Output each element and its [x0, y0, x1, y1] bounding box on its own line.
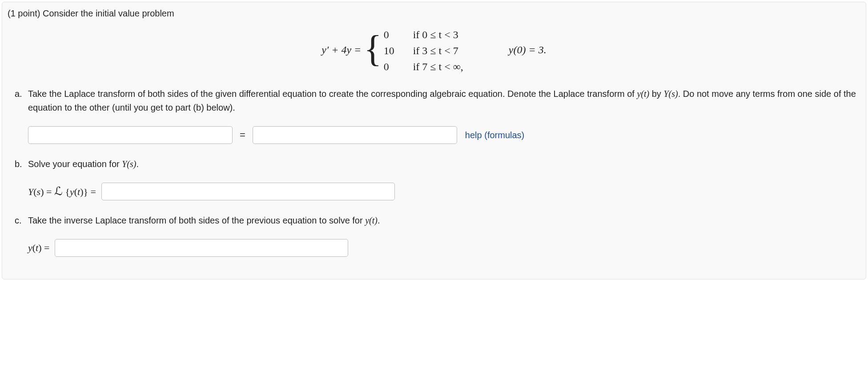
points-label: (1 point) [8, 8, 40, 18]
case-value: 0 [384, 59, 401, 75]
part-b-input[interactable] [101, 183, 395, 200]
part-b-text-1: Solve your equation for [28, 159, 122, 169]
piecewise-cases: 0 if 0 ≤ t < 3 10 if 3 ≤ t < 7 0 if 7 ≤ … [384, 27, 463, 75]
left-brace-icon: { [364, 34, 382, 64]
help-formulas-link[interactable]: help (formulas) [465, 128, 524, 142]
ivp-equation: y′ + 4y = { 0 if 0 ≤ t < 3 10 if 3 ≤ t <… [8, 23, 860, 83]
part-a-answer-row: = help (formulas) [28, 126, 860, 144]
part-marker: c. [15, 214, 22, 227]
part-c-answer-row: y(t) = [28, 239, 860, 257]
part-a-rhs-input[interactable] [253, 126, 457, 144]
part-marker: a. [15, 87, 22, 101]
yt-symbol: y(t) [637, 89, 649, 99]
part-a-text: Take the Laplace transform of both sides… [28, 89, 856, 112]
part-a: a. Take the Laplace transform of both si… [28, 87, 860, 144]
part-c-text-1: Take the inverse Laplace transform of bo… [28, 215, 365, 225]
part-b-answer-row: Y(s) = ℒ {y(t)} = [28, 183, 860, 200]
part-b-text: Solve your equation for Y(s). [28, 159, 139, 169]
part-c-label: y(t) = [28, 240, 49, 255]
part-a-text-2: by [649, 89, 663, 99]
part-c-text: Take the inverse Laplace transform of bo… [28, 215, 380, 225]
part-c: c. Take the inverse Laplace transform of… [28, 214, 860, 257]
part-marker: b. [15, 157, 22, 171]
case-condition: if 7 ≤ t < ∞, [413, 59, 463, 75]
ys-symbol: Y(s) [663, 89, 678, 99]
case-condition: if 0 ≤ t < 3 [413, 27, 458, 43]
parts-list: a. Take the Laplace transform of both si… [8, 87, 860, 257]
problem-intro: (1 point) Consider the initial value pro… [8, 8, 860, 19]
case-value: 10 [384, 43, 401, 59]
case-value: 0 [384, 27, 401, 43]
part-c-input[interactable] [55, 239, 348, 257]
equals-sign: = [238, 128, 247, 143]
part-b-label: Y(s) = ℒ {y(t)} = [28, 183, 96, 200]
problem-container: (1 point) Consider the initial value pro… [2, 2, 866, 279]
piecewise-rhs: { 0 if 0 ≤ t < 3 10 if 3 ≤ t < 7 0 if 7 … [364, 27, 463, 75]
part-b: b. Solve your equation for Y(s). Y(s) = … [28, 157, 860, 200]
ode-lhs: y′ + 4y = [321, 44, 361, 56]
case-condition: if 3 ≤ t < 7 [413, 43, 458, 59]
yt-symbol: y(t) [365, 215, 378, 225]
period: . [136, 159, 139, 169]
part-a-lhs-input[interactable] [28, 126, 233, 144]
intro-text: Consider the initial value problem [43, 8, 174, 18]
ys-symbol: Y(s) [122, 159, 136, 169]
initial-condition: y(0) = 3. [509, 44, 547, 56]
period: . [378, 215, 380, 225]
part-a-text-1: Take the Laplace transform of both sides… [28, 89, 637, 99]
